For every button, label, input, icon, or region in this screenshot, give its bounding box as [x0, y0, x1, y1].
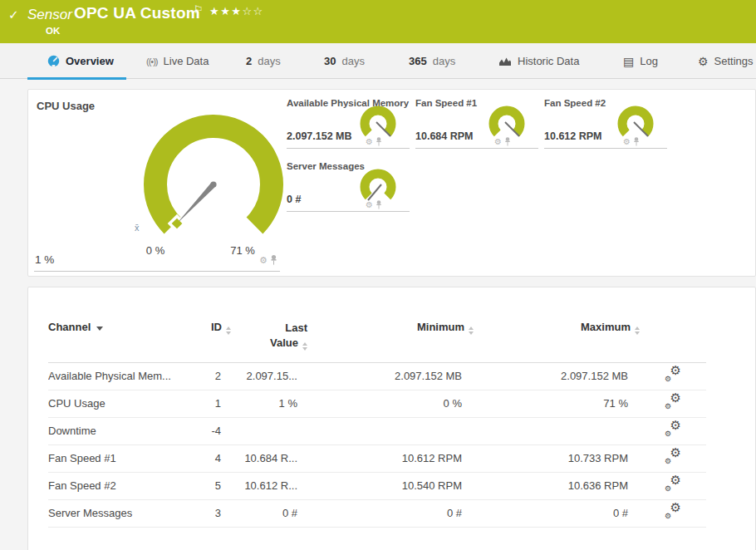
tab-label: Historic Data — [518, 55, 579, 67]
pin-icon[interactable] — [504, 137, 511, 146]
gear-icon[interactable]: ⚙ — [366, 201, 373, 209]
cell-id: 4 — [181, 444, 231, 472]
tab-overview[interactable]: Overview — [27, 43, 126, 79]
cell-id: 5 — [181, 472, 231, 499]
column-header-id[interactable]: ID — [181, 304, 231, 362]
tab-log[interactable]: ▤ Log — [623, 43, 658, 79]
sensor-overview-page: ✓ Sensor OPC UA Custom ⚐ ★★★☆☆ OK Overvi… — [0, 0, 756, 550]
cell-last-value: 10.612 R... — [231, 472, 307, 499]
column-header-minimum[interactable]: Minimum — [307, 304, 474, 362]
sort-icon — [469, 327, 474, 335]
cell-channel: CPU Usage — [48, 390, 181, 417]
column-label: Minimum — [417, 321, 464, 333]
gear-icon[interactable]: ⚙ — [623, 138, 631, 146]
mini-gauge-value: 2.097.152 MB — [287, 130, 352, 142]
tab-label: Settings — [714, 55, 754, 67]
cell-last-value — [231, 417, 307, 444]
cell-minimum: 10.540 RPM — [307, 472, 474, 499]
sensor-header: ✓ Sensor OPC UA Custom ⚐ ★★★☆☆ OK — [0, 0, 756, 43]
flag-icon[interactable]: ⚐ — [194, 3, 204, 16]
edit-channel-gears-icon[interactable]: ⚙⚙ — [664, 449, 682, 464]
area-chart-icon — [498, 56, 512, 66]
tab-number: 2 — [246, 55, 252, 67]
tab-label: days — [341, 55, 364, 67]
tab-historic-data[interactable]: Historic Data — [498, 43, 579, 79]
mini-gauge-title: Fan Speed #2 — [544, 98, 606, 108]
edit-channel-gears-icon[interactable]: ⚙⚙ — [664, 477, 682, 492]
antenna-icon: ((•)) — [146, 56, 158, 66]
mini-block-divider — [287, 148, 410, 149]
tab-settings[interactable]: ⚙ Settings — [698, 43, 754, 79]
cell-minimum: 0 # — [307, 499, 474, 527]
tab-30-days[interactable]: 30 days — [324, 43, 365, 79]
column-header-actions — [640, 304, 706, 362]
cpu-gauge-actions: ⚙ — [259, 255, 277, 265]
table-row[interactable]: Fan Speed #1 4 10.684 R... 10.612 RPM 10… — [48, 444, 706, 472]
edit-channel-gears-icon[interactable]: ⚙⚙ — [664, 367, 682, 382]
gear-icon[interactable]: ⚙ — [366, 138, 373, 146]
mini-gauge-actions: ⚙ — [366, 137, 382, 146]
gear-icon[interactable]: ⚙ — [259, 256, 268, 265]
tab-number: 365 — [409, 55, 427, 67]
pin-icon[interactable] — [376, 200, 382, 209]
gear-icon[interactable]: ⚙ — [494, 138, 502, 146]
column-label: Channel — [48, 321, 91, 333]
mini-gauge-server-messages: Server Messages 0 # ⚙ — [287, 160, 411, 213]
gauge-icon — [47, 55, 60, 67]
mini-gauge-value: 0 # — [287, 194, 301, 205]
cell-id: 3 — [181, 499, 231, 527]
mini-gauge-value: 10.684 RPM — [415, 130, 473, 142]
tab-live-data[interactable]: ((•)) Live Data — [146, 43, 209, 79]
status-check-icon: ✓ — [8, 7, 19, 22]
average-marker: x̄ — [135, 223, 140, 233]
column-header-maximum[interactable]: Maximum — [474, 304, 640, 362]
cpu-gauge-min-label: 0 % — [139, 244, 172, 257]
status-badge: OK — [46, 26, 60, 36]
cell-maximum: 2.097.152 MB — [474, 362, 640, 390]
sort-icon — [226, 327, 231, 335]
edit-channel-gears-icon[interactable]: ⚙⚙ — [664, 422, 682, 437]
column-header-last-value[interactable]: Last Value — [231, 304, 307, 362]
pin-icon[interactable] — [376, 137, 382, 146]
tab-365-days[interactable]: 365 days — [409, 43, 455, 79]
cell-last-value: 1 % — [231, 390, 307, 417]
mini-gauge-value: 10.612 RPM — [544, 130, 601, 142]
cpu-gauge — [135, 108, 292, 266]
cell-last-value: 2.097.15... — [231, 362, 307, 390]
cell-minimum: 0 % — [307, 390, 474, 417]
tab-2-days[interactable]: 2 days — [246, 43, 281, 79]
cpu-block-divider — [34, 271, 280, 272]
tab-bar: Overview ((•)) Live Data 2 days 30 days … — [0, 43, 756, 79]
cell-channel: Available Physical Mem... — [48, 362, 181, 390]
edit-channel-gears-icon[interactable]: ⚙⚙ — [664, 504, 682, 519]
edit-channel-gears-icon[interactable]: ⚙⚙ — [664, 395, 682, 410]
sensor-name: OPC UA Custom — [74, 4, 200, 22]
cell-id: 1 — [181, 390, 231, 417]
channels-table: Channel ID Last Value Minimum Maximum — [48, 304, 706, 528]
cpu-gauge-max-label: 71 % — [222, 244, 263, 257]
table-row[interactable]: Available Physical Mem... 2 2.097.15... … — [48, 362, 706, 390]
sort-icon — [302, 342, 307, 351]
cell-maximum: 10.636 RPM — [474, 472, 640, 499]
table-row[interactable]: Downtime -4 ⚙⚙ — [48, 417, 706, 444]
pin-icon[interactable] — [633, 137, 640, 146]
table-row[interactable]: Fan Speed #2 5 10.612 R... 10.540 RPM 10… — [48, 472, 706, 499]
cell-id: 2 — [181, 362, 231, 390]
priority-stars[interactable]: ★★★☆☆ — [209, 5, 264, 17]
cell-id: -4 — [181, 417, 231, 444]
cpu-current-value: 1 % — [35, 253, 54, 266]
column-label: ID — [211, 321, 222, 333]
pin-icon[interactable] — [270, 255, 277, 265]
gear-icon: ⚙ — [698, 56, 709, 67]
gauges-panel: CPU Usage x̄ 0 % 71 % 1 % ⚙ Available Ph… — [27, 89, 756, 277]
mini-gauge-fan-speed-1: Fan Speed #1 10.684 RPM ⚙ — [415, 96, 540, 150]
table-row[interactable]: CPU Usage 1 1 % 0 % 71 % ⚙⚙ — [48, 390, 706, 417]
cell-minimum: 2.097.152 MB — [307, 362, 474, 390]
cell-channel: Downtime — [48, 417, 181, 444]
table-row[interactable]: Server Messages 3 0 # 0 # 0 # ⚙⚙ — [48, 499, 706, 527]
column-header-channel[interactable]: Channel — [48, 304, 181, 362]
cell-minimum — [307, 417, 474, 444]
mini-block-divider — [544, 148, 667, 149]
cell-maximum: 10.733 RPM — [474, 444, 640, 472]
tab-label: Live Data — [164, 55, 209, 67]
